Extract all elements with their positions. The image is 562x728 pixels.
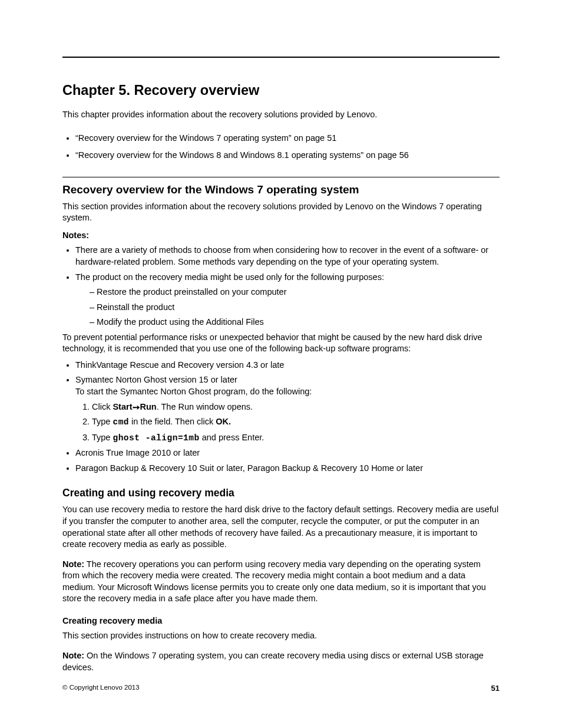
note-body: The recovery operations you can perform … [62,559,486,604]
section-intro: This section provides information about … [62,201,500,224]
notes-list: There are a variety of methods to choose… [62,245,500,328]
list-item-text: To start the Symantec Norton Ghost progr… [75,387,312,396]
list-item: Symantec Norton Ghost version 15 or late… [75,374,500,444]
note-paragraph: Note: On the Windows 7 operating system,… [62,650,500,673]
note-subitem: Modify the product using the Additional … [90,317,500,328]
note-item: There are a variety of methods to choose… [75,245,500,268]
note-subitem: Restore the product preinstalled on your… [90,286,500,298]
sub-heading: Creating recovery media [62,615,500,627]
step-text: Type [92,433,113,442]
steps-list: Click Start ➙ Run. The Run window opens.… [75,401,500,444]
note-paragraph: Note: The recovery operations you can pe… [62,559,500,605]
toc-item: “Recovery overview for the Windows 8 and… [75,150,500,162]
toc-item: “Recovery overview for the Windows 7 ope… [75,133,500,144]
arrow-icon: ➙ [133,402,140,414]
page-number: 51 [491,684,500,693]
list-item-text: Symantec Norton Ghost version 15 or late… [75,375,237,384]
top-rule [62,57,500,58]
note-sublist: Restore the product preinstalled on your… [75,286,500,328]
chapter-title: Chapter 5. Recovery overview [62,83,500,98]
step-item: Type ghost -align=1mb and press Enter. [92,432,500,444]
step-item: Click Start ➙ Run. The Run window opens. [92,401,500,413]
notes-label: Notes: [62,230,500,242]
copyright-text: © Copyright Lenovo 2013 [62,684,140,693]
page-footer: © Copyright Lenovo 2013 51 [62,684,500,693]
step-text: Click [92,402,113,411]
step-item: Type cmd in the field. Then click OK. [92,416,500,429]
ui-label-run: Run [140,402,157,411]
code-text: cmd [113,417,129,427]
note-body: On the Windows 7 operating system, you c… [62,651,484,672]
paragraph: This section provides instructions on ho… [62,630,500,642]
page-container: Chapter 5. Recovery overview This chapte… [0,0,562,728]
ui-label-start: Start [113,402,132,411]
section-rule [62,177,500,177]
list-item: ThinkVantage Rescue and Recovery version… [75,360,500,371]
list-item: Paragon Backup & Recovery 10 Suit or lat… [75,463,500,475]
code-text: ghost -align=1mb [113,433,199,443]
paragraph: You can use recovery media to restore th… [62,504,500,550]
note-label: Note: [62,559,84,569]
chapter-intro: This chapter provides information about … [62,109,500,121]
step-text: and press Enter. [200,433,265,442]
backup-software-list: ThinkVantage Rescue and Recovery version… [62,360,500,475]
paragraph: To prevent potential performance risks o… [62,332,500,355]
subsection-title: Creating and using recovery media [62,487,500,499]
step-text: Type [92,417,113,426]
ui-label-ok: OK. [216,417,231,426]
note-subitem: Reinstall the product [90,302,500,314]
note-item-text: The product on the recovery media might … [75,272,384,282]
note-item: The product on the recovery media might … [75,272,500,328]
step-text: . The Run window opens. [157,402,253,411]
list-item: Acronis True Image 2010 or later [75,447,500,459]
step-text: in the field. Then click [129,417,216,426]
chapter-toc-list: “Recovery overview for the Windows 7 ope… [62,133,500,162]
section-title: Recovery overview for the Windows 7 oper… [62,183,500,196]
note-label: Note: [62,651,84,660]
